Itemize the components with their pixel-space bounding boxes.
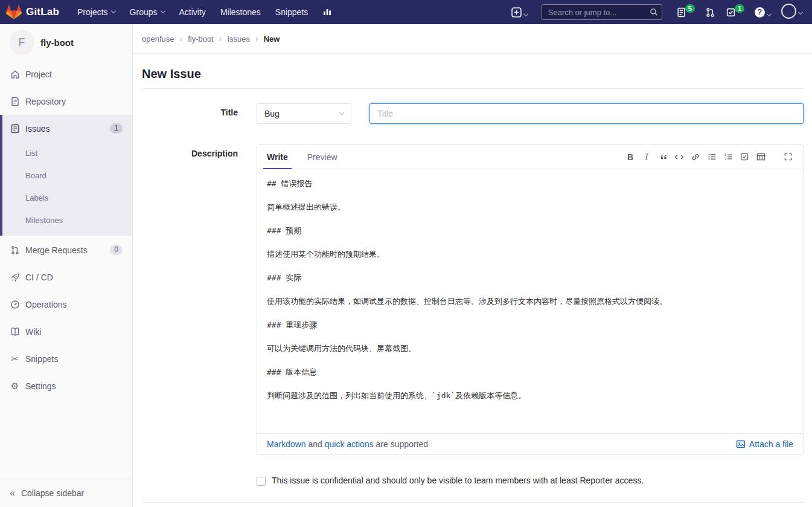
- repository-icon: [10, 96, 20, 106]
- markdown-editor: Write Preview B I: [257, 144, 804, 455]
- nav-snippets-label: Snippets: [275, 7, 308, 17]
- numbered-list-icon[interactable]: 12: [721, 150, 735, 164]
- sidebar-item-issues-board[interactable]: Board: [2, 164, 132, 187]
- sidebar-item-label: CI / CD: [25, 273, 53, 282]
- task-list-icon[interactable]: [738, 150, 751, 164]
- gitlab-tanuki-logo-icon: [6, 5, 22, 19]
- sidebar-item-repository[interactable]: Repository: [0, 88, 132, 115]
- description-form-row: Description Write Preview B I: [142, 144, 804, 455]
- gear-icon: ⚙: [10, 381, 20, 390]
- nav-charts[interactable]: [315, 0, 339, 24]
- sidebar-item-operations[interactable]: Operations: [0, 291, 132, 318]
- breadcrumb-group-link[interactable]: openfuse: [142, 34, 174, 44]
- sidebar-item-issues-labels[interactable]: Labels: [2, 187, 132, 209]
- tab-preview[interactable]: Preview: [298, 145, 347, 169]
- confidential-form-row: This issue is confidential and should on…: [142, 476, 804, 486]
- sidebar-item-wiki[interactable]: Wiki: [0, 318, 132, 345]
- sidebar-item-project[interactable]: Project: [0, 60, 132, 88]
- nav-groups[interactable]: Groups: [123, 0, 172, 24]
- tab-write[interactable]: Write: [257, 145, 298, 169]
- bold-icon[interactable]: B: [624, 150, 637, 164]
- chevron-down-icon: [767, 11, 772, 16]
- issue-title-input[interactable]: [369, 103, 804, 124]
- italic-icon[interactable]: I: [640, 150, 653, 164]
- sidebar-item-snippets[interactable]: ✂ Snippets: [0, 345, 132, 372]
- nav-projects[interactable]: Projects: [70, 0, 123, 24]
- attach-file-label: Attach a file: [749, 439, 793, 449]
- svg-text:1: 1: [724, 152, 726, 157]
- nav-activity[interactable]: Activity: [172, 0, 213, 24]
- sidebar-subitem-label: Milestones: [25, 216, 63, 225]
- chevron-down-icon: [339, 110, 344, 115]
- sidebar-subitem-label: List: [25, 149, 37, 158]
- table-icon[interactable]: [754, 150, 767, 164]
- editor-toolbar: B I: [624, 150, 794, 164]
- fullscreen-icon[interactable]: [781, 150, 794, 164]
- question-icon: ?: [755, 7, 765, 18]
- code-icon[interactable]: [673, 150, 686, 164]
- help-menu-button[interactable]: ?: [755, 7, 771, 18]
- user-menu-button[interactable]: [781, 5, 802, 19]
- nav-milestones[interactable]: Milestones: [213, 0, 268, 24]
- quick-actions-help-link[interactable]: quick actions: [325, 439, 374, 449]
- breadcrumb-issues-link[interactable]: Issues: [227, 34, 250, 44]
- merge-requests-count-badge: 0: [110, 245, 123, 255]
- sidebar-item-merge-requests[interactable]: Merge Requests 0: [0, 236, 132, 263]
- project-name: fly-boot: [40, 37, 74, 48]
- quote-icon[interactable]: [656, 150, 670, 164]
- project-sidebar: F fly-boot Project Repository: [0, 24, 133, 507]
- issue-type-selected-value: Bug: [264, 109, 280, 118]
- breadcrumb: openfuse › fly-boot › Issues › New: [133, 24, 812, 54]
- image-attachment-icon: [736, 439, 746, 449]
- main-content: openfuse › fly-boot › Issues › New New I…: [133, 24, 812, 507]
- sidebar-subitem-label: Labels: [25, 193, 48, 202]
- top-navbar: GitLab Projects Groups Activity Mileston…: [0, 0, 812, 24]
- divider: [142, 502, 804, 503]
- nav-groups-label: Groups: [130, 7, 158, 17]
- link-icon[interactable]: [689, 150, 702, 164]
- nav-snippets[interactable]: Snippets: [268, 0, 315, 24]
- sidebar-item-label: Repository: [25, 97, 66, 106]
- todos-count-badge: 1: [735, 4, 744, 13]
- search-icon: [650, 8, 658, 16]
- confidential-checkbox[interactable]: [257, 477, 266, 486]
- gauge-icon: [10, 299, 20, 309]
- breadcrumb-project-link[interactable]: fly-boot: [188, 34, 214, 44]
- sidebar-item-label: Wiki: [25, 327, 41, 337]
- issue-type-select[interactable]: Bug: [257, 103, 351, 124]
- nav-activity-label: Activity: [179, 7, 206, 17]
- markdown-help-link[interactable]: Markdown: [267, 439, 306, 449]
- markdown-help-text: Markdown and quick actions are supported: [267, 439, 428, 449]
- sidebar-item-settings[interactable]: ⚙ Settings: [0, 372, 132, 399]
- description-textarea[interactable]: ## 错误报告 简单概述提出的错误。 ### 预期 描述使用某个功能时的预期结果…: [257, 169, 803, 433]
- bullet-list-icon[interactable]: [705, 150, 718, 164]
- gitlab-home-link[interactable]: GitLab: [6, 5, 59, 19]
- footer-and-text: and: [306, 439, 325, 449]
- sidebar-item-ci-cd[interactable]: CI / CD: [0, 263, 132, 291]
- nav-projects-label: Projects: [77, 7, 108, 17]
- attach-file-button[interactable]: Attach a file: [736, 439, 793, 449]
- issues-dashboard-button[interactable]: 5: [676, 7, 695, 18]
- sidebar-item-issues-milestones[interactable]: Milestones: [2, 209, 132, 231]
- sidebar-item-label: Project: [25, 69, 52, 79]
- sidebar-item-issues-list[interactable]: List: [2, 142, 132, 164]
- project-header[interactable]: F fly-boot: [0, 24, 132, 60]
- editor-footer: Markdown and quick actions are supported…: [257, 433, 803, 454]
- issues-count-badge: 1: [110, 123, 123, 134]
- markdown-editor-header: Write Preview B I: [257, 145, 803, 169]
- search-input[interactable]: [542, 4, 662, 20]
- breadcrumb-current: New: [264, 34, 280, 44]
- chevron-right-icon: ›: [180, 34, 183, 44]
- sidebar-item-issues[interactable]: Issues 1: [2, 115, 132, 142]
- merge-request-icon: [10, 245, 20, 255]
- todos-button[interactable]: 1: [726, 7, 744, 18]
- collapse-sidebar-button[interactable]: « Collapse sidebar: [0, 479, 132, 507]
- new-menu-button[interactable]: [511, 7, 528, 18]
- global-search: [542, 4, 662, 20]
- sidebar-active-section: Issues 1 List Board Labels Milestones: [0, 115, 132, 236]
- merge-requests-dashboard-button[interactable]: [705, 7, 715, 18]
- footer-supported-text: are supported: [374, 439, 428, 449]
- sidebar-subitem-label: Board: [25, 171, 46, 180]
- page-title: New Issue: [142, 67, 804, 81]
- divider: [142, 88, 804, 89]
